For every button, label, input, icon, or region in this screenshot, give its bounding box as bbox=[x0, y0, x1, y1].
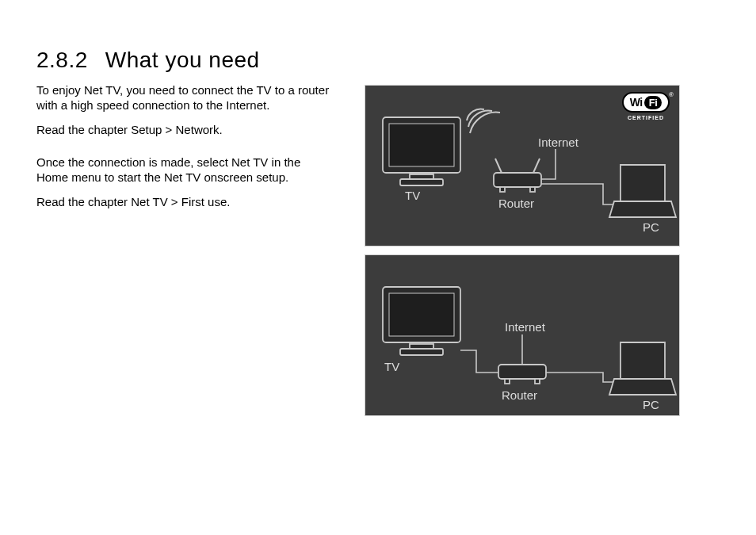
svg-rect-12 bbox=[400, 349, 443, 355]
section-heading: 2.8.2 What you need bbox=[36, 48, 260, 73]
router-pc-wire bbox=[541, 184, 619, 204]
router-icon bbox=[494, 159, 541, 192]
wifi-wi-text: Wi bbox=[630, 96, 643, 109]
network-diagram: ® Wi Fi CERTIFIED TV Router Internet PC bbox=[365, 85, 680, 418]
router-pc-wire bbox=[546, 373, 619, 382]
tv-router-wire bbox=[460, 350, 498, 373]
label-internet: Internet bbox=[505, 320, 545, 334]
label-internet: Internet bbox=[538, 136, 578, 149]
label-tv: TV bbox=[384, 360, 399, 373]
svg-rect-10 bbox=[389, 293, 454, 336]
label-pc: PC bbox=[643, 398, 659, 411]
section-body: To enjoy Net TV, you need to connect the… bbox=[36, 82, 330, 219]
svg-line-6 bbox=[533, 159, 540, 173]
laptop-icon bbox=[609, 342, 676, 395]
diagram-wired-panel: TV Router Internet PC bbox=[365, 254, 680, 416]
wifi-certified-badge: ® Wi Fi CERTIFIED bbox=[619, 92, 673, 125]
svg-rect-1 bbox=[389, 124, 454, 166]
label-pc: PC bbox=[643, 220, 659, 234]
paragraph-1: To enjoy Net TV, you need to connect the… bbox=[36, 82, 330, 113]
wireless-signal-icon bbox=[467, 109, 500, 133]
tv-icon bbox=[383, 117, 460, 185]
label-router: Router bbox=[502, 388, 537, 402]
wifi-certified-text: CERTIFIED bbox=[628, 115, 664, 120]
diagram-wireless-panel: ® Wi Fi CERTIFIED TV Router Internet PC bbox=[365, 85, 680, 246]
router-internet-wire bbox=[541, 149, 556, 179]
label-tv: TV bbox=[405, 189, 420, 202]
svg-rect-13 bbox=[498, 365, 546, 379]
section-title: What you need bbox=[105, 48, 260, 73]
tv-icon bbox=[383, 287, 460, 355]
paragraph-2: Read the chapter Setup > Network. bbox=[36, 122, 330, 137]
svg-line-5 bbox=[495, 159, 502, 173]
router-icon bbox=[498, 365, 546, 384]
svg-rect-14 bbox=[505, 379, 510, 384]
svg-rect-4 bbox=[494, 173, 541, 187]
svg-rect-8 bbox=[530, 187, 535, 192]
registered-mark: ® bbox=[669, 91, 674, 98]
section-number: 2.8.2 bbox=[36, 48, 88, 73]
svg-rect-3 bbox=[400, 179, 443, 185]
paragraph-4: Read the chapter Net TV > First use. bbox=[36, 194, 330, 209]
wifi-logo-icon: Wi Fi bbox=[622, 92, 670, 113]
manual-page: 2.8.2 What you need To enjoy Net TV, you… bbox=[0, 0, 756, 535]
svg-rect-7 bbox=[500, 187, 505, 192]
wifi-fi-text: Fi bbox=[644, 96, 662, 109]
label-router: Router bbox=[498, 197, 534, 210]
laptop-icon bbox=[609, 165, 676, 217]
svg-rect-15 bbox=[535, 379, 540, 384]
paragraph-3: Once the connection is made, select Net … bbox=[36, 155, 330, 185]
